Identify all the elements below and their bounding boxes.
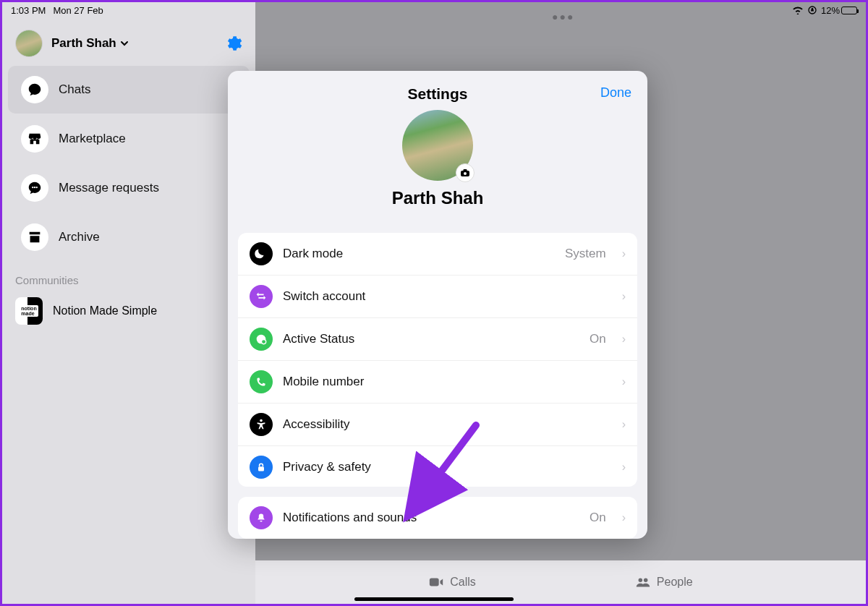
svg-rect-13 <box>258 466 264 471</box>
marketplace-icon <box>21 125 48 153</box>
archive-icon <box>21 223 48 251</box>
message-requests-icon <box>21 174 48 202</box>
status-date: Mon 27 Feb <box>53 5 103 16</box>
sidebar-item-message-requests[interactable]: Message requests <box>8 164 250 212</box>
tab-label: People <box>657 576 693 589</box>
row-privacy-safety[interactable]: Privacy & safety › <box>238 446 637 487</box>
svg-point-11 <box>261 339 265 343</box>
community-item[interactable]: notionmade Notion Made Simple <box>2 290 255 332</box>
chevron-right-icon: › <box>622 247 626 260</box>
sidebar-item-label: Archive <box>59 230 100 244</box>
row-accessibility[interactable]: Accessibility › <box>238 404 637 446</box>
svg-rect-4 <box>430 579 439 586</box>
row-label: Dark mode <box>283 247 343 261</box>
profile-avatar-large[interactable] <box>402 110 473 181</box>
row-mobile-number[interactable]: Mobile number › <box>238 361 637 404</box>
settings-list-2: Notifications and sounds On › <box>238 497 637 539</box>
svg-point-5 <box>638 579 642 583</box>
row-value: On <box>590 511 606 525</box>
svg-point-12 <box>260 419 263 422</box>
tab-calls[interactable]: Calls <box>428 576 476 589</box>
status-icon <box>250 328 273 351</box>
row-label: Privacy & safety <box>283 460 371 474</box>
bell-icon <box>250 506 273 529</box>
people-icon <box>635 576 651 589</box>
chevron-right-icon: › <box>622 511 626 524</box>
bottom-tab-bar: Calls People <box>255 560 866 604</box>
row-value: System <box>565 247 606 261</box>
row-label: Active Status <box>283 332 354 346</box>
row-notifications-sounds[interactable]: Notifications and sounds On › <box>238 497 637 539</box>
sidebar-item-label: Marketplace <box>59 132 126 146</box>
sidebar-item-chats[interactable]: Chats <box>8 66 250 114</box>
settings-gear-icon[interactable] <box>224 34 242 53</box>
sidebar-item-label: Message requests <box>59 181 159 195</box>
battery-percent: 12% <box>821 5 840 16</box>
home-indicator <box>354 597 514 601</box>
avatar <box>15 30 43 57</box>
chevron-right-icon: › <box>622 333 626 346</box>
tab-label: Calls <box>450 576 476 589</box>
chevron-right-icon: › <box>622 461 626 474</box>
camera-icon[interactable] <box>456 163 475 182</box>
chevron-down-icon <box>119 38 129 48</box>
tab-people[interactable]: People <box>635 576 693 589</box>
modal-profile-name: Parth Shah <box>242 188 633 208</box>
sidebar-profile[interactable]: Parth Shah <box>2 22 255 64</box>
row-label: Switch account <box>283 289 365 304</box>
switch-icon <box>250 285 273 308</box>
svg-point-9 <box>464 172 467 175</box>
sidebar-item-label: Chats <box>59 82 90 97</box>
chat-icon <box>21 76 48 103</box>
accessibility-icon <box>250 413 273 436</box>
svg-point-3 <box>36 187 38 188</box>
svg-rect-8 <box>464 169 467 171</box>
settings-list: Dark mode System › Switch account › Acti… <box>238 233 637 487</box>
do-not-disturb-icon <box>808 6 817 14</box>
svg-point-6 <box>644 579 648 583</box>
row-label: Accessibility <box>283 417 350 432</box>
community-icon: notionmade <box>15 297 43 325</box>
chevron-right-icon: › <box>622 290 626 303</box>
chevron-right-icon: › <box>622 375 626 388</box>
status-bar: 1:03 PM Mon 27 Feb 12% <box>2 2 866 18</box>
chevron-right-icon: › <box>622 418 626 431</box>
svg-point-1 <box>32 187 33 188</box>
svg-point-2 <box>34 187 35 188</box>
row-switch-account[interactable]: Switch account › <box>238 276 637 318</box>
phone-icon <box>250 370 273 393</box>
communities-section-label: Communities E <box>2 263 255 290</box>
wifi-icon <box>792 6 804 14</box>
moon-icon <box>250 242 273 265</box>
done-button[interactable]: Done <box>600 85 631 101</box>
row-active-status[interactable]: Active Status On › <box>238 318 637 361</box>
community-label: Notion Made Simple <box>53 304 157 317</box>
lock-icon <box>250 456 273 479</box>
row-label: Notifications and sounds <box>283 511 417 525</box>
settings-modal: Settings Done Parth Shah Dark mode Syste… <box>228 71 647 539</box>
sidebar: Parth Shah Chats Marketplace Message req… <box>2 2 255 604</box>
status-time: 1:03 PM <box>11 5 46 16</box>
row-dark-mode[interactable]: Dark mode System › <box>238 233 637 276</box>
sidebar-item-archive[interactable]: Archive <box>8 213 250 261</box>
sidebar-item-marketplace[interactable]: Marketplace <box>8 115 250 163</box>
video-icon <box>428 576 444 589</box>
profile-name: Parth Shah <box>51 36 116 51</box>
modal-title: Settings <box>242 85 633 103</box>
row-value: On <box>590 332 606 346</box>
battery-indicator: 12% <box>821 5 857 16</box>
row-label: Mobile number <box>283 375 364 389</box>
